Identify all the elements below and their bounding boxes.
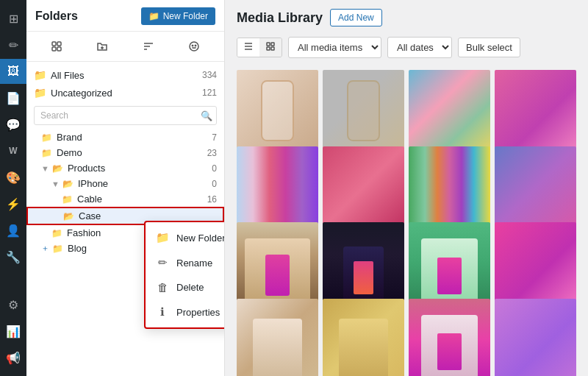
media-item[interactable] xyxy=(323,70,404,152)
media-item[interactable] xyxy=(237,299,318,377)
all-files-icon: 📁 xyxy=(34,69,46,81)
media-icon[interactable]: 🖼 xyxy=(0,59,26,84)
media-item[interactable] xyxy=(495,222,576,304)
woocommerce-icon[interactable]: W xyxy=(0,138,26,163)
emoji-icon[interactable] xyxy=(184,36,204,57)
svg-point-9 xyxy=(190,42,198,51)
posts-icon[interactable]: ✏ xyxy=(0,32,26,57)
context-new-folder[interactable]: 📁 New Folder xyxy=(146,225,225,250)
all-files-item[interactable]: 📁 All Files 334 xyxy=(26,66,224,84)
folders-toolbar xyxy=(26,32,224,62)
new-folder-label: New Folder xyxy=(163,11,208,21)
media-item[interactable] xyxy=(323,146,404,228)
wp-admin-sidebar: ⊞ ✏ 🖼 📄 💬 W 🎨 ⚡ 👤 🔧 ⚙ 📊 📢 xyxy=(0,0,26,376)
folder-item-brand[interactable]: 📁 Brand 7 xyxy=(26,130,224,145)
context-new-folder-icon: 📁 xyxy=(156,231,169,244)
add-folder-icon[interactable] xyxy=(92,36,112,57)
appearance-icon[interactable]: 🎨 xyxy=(0,165,26,190)
products-count: 0 xyxy=(212,163,217,174)
folder-item-cable[interactable]: 📁 Cable 16 xyxy=(26,191,224,207)
context-menu: 📁 New Folder ✏ Rename 🗑 Delete ℹ Propert… xyxy=(144,221,225,329)
products-expand-icon[interactable]: ▼ xyxy=(41,164,49,173)
products-folder-icon: 📂 xyxy=(52,163,63,174)
media-item[interactable] xyxy=(323,222,404,304)
expand-all-icon[interactable] xyxy=(46,36,67,57)
list-view-button[interactable] xyxy=(237,38,259,57)
iphone-label: IPhone xyxy=(78,178,209,189)
blog-add-icon: ＋ xyxy=(41,243,49,254)
media-item[interactable] xyxy=(323,299,404,377)
context-rename-label: Rename xyxy=(176,258,212,269)
media-toolbar: All media items Images Audio Video All d… xyxy=(225,32,588,64)
iphone-folder-icon: 📂 xyxy=(62,179,74,189)
folder-item-products[interactable]: ▼ 📂 Products 0 xyxy=(26,160,224,176)
context-rename[interactable]: ✏ Rename xyxy=(146,250,225,275)
products-label: Products xyxy=(68,163,209,174)
view-toggle xyxy=(237,38,282,57)
iphone-expand-icon[interactable]: ▼ xyxy=(51,180,60,188)
cable-count: 16 xyxy=(207,194,217,205)
svg-point-11 xyxy=(195,45,196,46)
context-properties-label: Properties xyxy=(176,307,220,318)
media-item[interactable] xyxy=(495,299,576,377)
folder-search-box: 🔍 xyxy=(34,106,217,125)
context-delete[interactable]: 🗑 Delete xyxy=(146,275,225,299)
context-delete-icon: 🗑 xyxy=(156,281,169,294)
dashboard-icon[interactable]: ⊞ xyxy=(0,6,26,31)
media-item[interactable] xyxy=(409,70,490,152)
search-icon: 🔍 xyxy=(201,110,212,121)
plugins-icon[interactable]: ⚡ xyxy=(0,191,26,216)
media-item[interactable] xyxy=(237,222,318,304)
demo-folder-icon: 📁 xyxy=(41,148,52,158)
comments-icon[interactable]: 💬 xyxy=(0,112,26,137)
folders-header: Folders 📁 New Folder xyxy=(26,0,224,32)
new-folder-button[interactable]: 📁 New Folder xyxy=(141,7,215,25)
marketing-icon[interactable]: 📢 xyxy=(0,345,26,370)
tools-icon[interactable]: 🔧 xyxy=(0,244,26,269)
pages-icon[interactable]: 📄 xyxy=(0,85,26,110)
add-new-button[interactable]: Add New xyxy=(330,9,382,26)
sort-icon[interactable] xyxy=(138,36,159,57)
svg-rect-0 xyxy=(52,42,56,46)
uncategorized-item[interactable]: 📁 Uncategorized 121 xyxy=(26,84,224,102)
media-library-title: Media Library xyxy=(237,10,323,26)
folder-item-iphone[interactable]: ▼ 📂 IPhone 0 xyxy=(26,176,224,191)
svg-rect-17 xyxy=(267,47,270,50)
settings-icon[interactable]: ⚙ xyxy=(0,292,26,317)
date-filter[interactable]: All dates 2024 2023 xyxy=(387,37,452,58)
svg-rect-16 xyxy=(271,43,274,46)
cable-label: Cable xyxy=(77,194,204,205)
fashion-folder-icon: 📁 xyxy=(51,228,62,238)
svg-rect-15 xyxy=(267,43,270,46)
case-folder-icon: 📂 xyxy=(63,211,74,221)
main-content: Media Library Add New All m xyxy=(225,0,588,376)
blog-folder-icon: 📁 xyxy=(52,244,63,254)
media-header: Media Library Add New xyxy=(225,0,588,32)
folder-search-input[interactable] xyxy=(34,106,217,125)
media-type-filter[interactable]: All media items Images Audio Video xyxy=(288,37,381,58)
iphone-count: 0 xyxy=(212,179,217,189)
context-properties[interactable]: ℹ Properties xyxy=(146,299,225,324)
media-item[interactable] xyxy=(409,222,490,304)
grid-view-button[interactable] xyxy=(259,38,282,57)
media-grid xyxy=(225,64,588,376)
analytics-icon[interactable]: 📊 xyxy=(0,319,26,344)
demo-count: 23 xyxy=(207,148,217,158)
brand-folder-icon: 📁 xyxy=(41,132,52,143)
uncategorized-count: 121 xyxy=(202,88,217,98)
bulk-select-button[interactable]: Bulk select xyxy=(458,38,520,57)
media-item[interactable] xyxy=(237,70,318,152)
media-item[interactable] xyxy=(495,70,576,152)
media-item[interactable] xyxy=(409,146,490,228)
users-icon[interactable]: 👤 xyxy=(0,218,26,243)
media-item[interactable] xyxy=(409,299,490,377)
new-folder-icon: 📁 xyxy=(148,11,159,21)
media-item[interactable] xyxy=(495,146,576,228)
svg-rect-2 xyxy=(52,47,56,51)
uncategorized-icon: 📁 xyxy=(34,87,46,99)
folder-item-demo[interactable]: 📁 Demo 23 xyxy=(26,145,224,160)
media-item[interactable] xyxy=(237,146,318,228)
media-thumb-1 xyxy=(237,70,318,152)
brand-label: Brand xyxy=(57,132,209,143)
folders-panel: Folders 📁 New Folder xyxy=(26,0,225,376)
